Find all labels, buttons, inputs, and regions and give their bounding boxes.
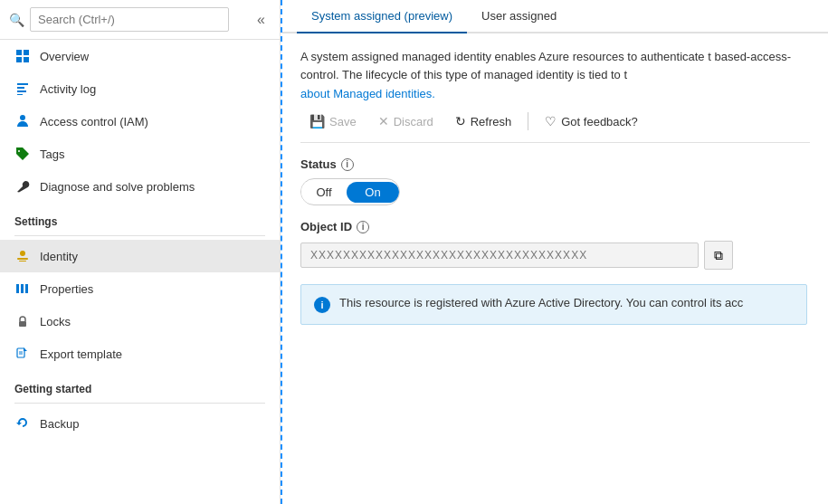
- toggle-off-option[interactable]: Off: [301, 182, 347, 203]
- object-id-row: ⧉: [300, 241, 810, 270]
- content-area: A system assigned managed identity enabl…: [282, 33, 828, 504]
- identity-icon: [14, 248, 31, 264]
- tag-icon: [14, 146, 31, 162]
- svg-rect-13: [21, 284, 24, 293]
- svg-rect-10: [17, 258, 28, 260]
- save-button[interactable]: 💾 Save: [300, 109, 366, 133]
- svg-rect-4: [17, 83, 28, 85]
- description-text: A system assigned managed identity enabl…: [300, 48, 810, 83]
- feedback-icon: ♡: [545, 114, 557, 128]
- svg-point-8: [20, 115, 25, 120]
- status-label: Status i: [300, 157, 810, 171]
- log-icon: [14, 81, 31, 97]
- save-label: Save: [329, 115, 357, 128]
- sidebar-item-activity-log[interactable]: Activity log: [0, 72, 280, 105]
- toggle-on-option[interactable]: On: [347, 182, 399, 203]
- sidebar-item-overview[interactable]: Overview: [0, 40, 280, 72]
- svg-point-9: [20, 251, 25, 256]
- object-id-input: [300, 242, 699, 268]
- main-content: System assigned (preview) User assigned …: [281, 0, 828, 504]
- refresh-label: Refresh: [471, 115, 512, 128]
- sidebar-item-diagnose-label: Diagnose and solve problems: [40, 180, 195, 194]
- svg-rect-12: [16, 284, 19, 293]
- backup-icon: [14, 415, 31, 432]
- svg-rect-3: [24, 57, 29, 62]
- svg-rect-16: [17, 348, 24, 357]
- managed-identities-link[interactable]: about Managed identities.: [300, 87, 435, 100]
- search-input[interactable]: [30, 7, 229, 32]
- sidebar-item-identity-label: Identity: [40, 250, 78, 263]
- sidebar-item-properties-label: Properties: [40, 282, 93, 296]
- discard-icon: ✕: [378, 114, 389, 128]
- wrench-icon: [14, 178, 31, 195]
- sidebar-item-diagnose[interactable]: Diagnose and solve problems: [0, 170, 280, 203]
- sidebar-item-export-template[interactable]: Export template: [0, 338, 280, 370]
- search-bar: 🔍 «: [0, 0, 280, 40]
- sidebar-item-activity-log-label: Activity log: [40, 82, 96, 96]
- svg-rect-7: [17, 94, 23, 95]
- svg-rect-14: [25, 284, 28, 293]
- person-icon: [14, 113, 31, 129]
- sidebar: 🔍 « Overview Activity log Access control…: [0, 0, 281, 504]
- export-icon: [14, 346, 31, 362]
- settings-divider: [14, 235, 265, 236]
- status-info-icon[interactable]: i: [341, 158, 354, 171]
- tab-bar: System assigned (preview) User assigned: [282, 0, 828, 33]
- refresh-icon: ↻: [455, 114, 466, 128]
- svg-rect-2: [16, 57, 22, 62]
- object-id-info-icon[interactable]: i: [357, 221, 369, 233]
- object-id-label: Object ID i: [300, 220, 810, 233]
- copy-icon: ⧉: [714, 248, 723, 263]
- feedback-label: Got feedback?: [561, 115, 638, 128]
- grid-icon: [14, 48, 31, 64]
- getting-started-divider: [14, 403, 265, 404]
- svg-rect-15: [19, 321, 26, 327]
- svg-rect-1: [24, 50, 29, 55]
- sidebar-item-access-control[interactable]: Access control (IAM): [0, 105, 280, 138]
- copy-object-id-button[interactable]: ⧉: [704, 241, 733, 270]
- refresh-button[interactable]: ↻ Refresh: [446, 109, 521, 133]
- tab-user-assigned[interactable]: User assigned: [467, 0, 571, 33]
- info-banner: i This resource is registered with Azure…: [300, 284, 807, 325]
- toolbar: 💾 Save ✕ Discard ↻ Refresh ♡ Got feedbac…: [300, 100, 810, 143]
- save-icon: 💾: [309, 114, 325, 128]
- sidebar-item-tags[interactable]: Tags: [0, 138, 280, 170]
- sidebar-item-access-control-label: Access control (IAM): [40, 115, 148, 128]
- sidebar-item-export-template-label: Export template: [40, 347, 122, 361]
- svg-rect-6: [17, 90, 26, 92]
- sidebar-item-locks[interactable]: Locks: [0, 305, 280, 338]
- collapse-button[interactable]: «: [252, 10, 271, 30]
- discard-button[interactable]: ✕ Discard: [369, 109, 443, 133]
- sidebar-item-identity[interactable]: Identity: [0, 240, 280, 272]
- tab-system-assigned[interactable]: System assigned (preview): [297, 0, 467, 33]
- info-banner-icon: i: [314, 297, 330, 313]
- sidebar-item-overview-label: Overview: [40, 50, 89, 63]
- svg-rect-5: [17, 87, 24, 89]
- sidebar-item-backup-label: Backup: [40, 417, 79, 431]
- sidebar-item-locks-label: Locks: [40, 315, 71, 328]
- discard-label: Discard: [394, 115, 433, 128]
- sidebar-item-tags-label: Tags: [40, 147, 64, 161]
- lock-icon: [14, 313, 31, 329]
- settings-section-header: Settings: [0, 203, 280, 232]
- getting-started-section-header: Getting started: [0, 370, 280, 399]
- properties-icon: [14, 281, 31, 297]
- info-banner-text: This resource is registered with Azure A…: [339, 296, 743, 309]
- search-icon: 🔍: [9, 13, 24, 27]
- toolbar-separator: [528, 112, 528, 130]
- status-toggle[interactable]: Off On: [300, 178, 400, 205]
- feedback-button[interactable]: ♡ Got feedback?: [536, 109, 647, 133]
- sidebar-item-backup[interactable]: Backup: [0, 407, 280, 440]
- svg-rect-0: [16, 50, 22, 55]
- sidebar-item-properties[interactable]: Properties: [0, 272, 280, 305]
- svg-rect-11: [19, 261, 26, 262]
